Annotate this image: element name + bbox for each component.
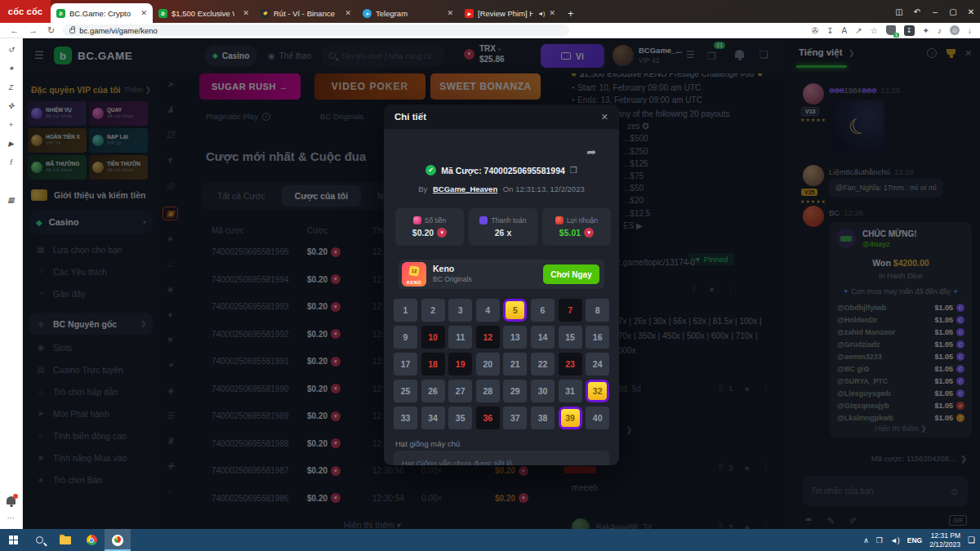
player-link[interactable]: BCGame_Heaven <box>433 184 497 193</box>
browser-tab[interactable]: b $1,500 Exclusive Weekend Ke ✕ <box>153 3 255 23</box>
action-center-icon[interactable]: ❏ <box>968 535 975 544</box>
browser-tab[interactable]: ▶ [Review Phim] HÀO QUA ◄) ✕ <box>459 3 561 23</box>
modal-title: Chi tiết <box>394 112 426 122</box>
coccoc-button[interactable] <box>105 529 131 551</box>
chrome-button[interactable] <box>78 529 105 551</box>
volume-icon[interactable]: ◄) <box>890 536 900 544</box>
music-extension-icon[interactable]: ♪ <box>938 26 942 35</box>
taskbar-search[interactable] <box>26 529 52 551</box>
chrome-icon <box>87 535 97 545</box>
play-now-button[interactable]: Chơi Ngay <box>543 264 599 284</box>
rail-icon[interactable]: f <box>5 156 18 169</box>
tab-favicon: ◆ <box>261 9 270 18</box>
tab-close-icon[interactable]: ✕ <box>345 9 351 17</box>
address-bar: ← → ↻ bc.game/vi/game/keno ✇ ↧ A ↗ ☆ 3 ↧… <box>0 23 980 38</box>
tab-favicon: b <box>158 9 167 18</box>
new-tab-button[interactable]: + <box>568 7 574 20</box>
extension-icon[interactable]: ✦ <box>923 26 929 35</box>
minimize-button[interactable]: – <box>926 7 944 16</box>
keyboard-language[interactable]: ENG <box>907 536 922 544</box>
profile-icon[interactable]: ☺ <box>950 25 960 35</box>
save-page-icon[interactable]: ↧ <box>826 26 833 35</box>
rail-icon[interactable] <box>5 175 18 188</box>
server-seed-label: Hạt giống máy chủ <box>395 439 460 448</box>
tab-close-icon[interactable]: ✕ <box>447 9 453 17</box>
keno-cell: 3 <box>448 299 472 322</box>
tray-expand-icon[interactable]: ∧ <box>863 536 869 544</box>
tab-undo-icon[interactable]: ↶ <box>908 7 926 16</box>
tab-search-icon[interactable]: ◫ <box>890 7 908 16</box>
browser-tab-bar: cốc cốc b BC.Game: Crypto Casino Gam ✕ b… <box>0 0 980 23</box>
forward-icon[interactable]: → <box>29 25 38 35</box>
browser-tab[interactable]: ◆ Rút - Ví - Binance ✕ <box>255 3 357 23</box>
bet-id-row: ✔ Mã Cược: 74000250695581994 ❐ <box>384 165 619 176</box>
maximize-button[interactable]: ▢ <box>944 7 962 16</box>
rail-icon[interactable]: ✜ <box>5 100 18 113</box>
keno-cell: 38 <box>531 407 555 429</box>
keno-cell: 19 <box>448 353 472 375</box>
rail-icon[interactable]: + <box>5 118 18 131</box>
system-tray: ∧ ❐ ◄) ENG 12:31 PM 2/12/2023 ❏ <box>863 531 980 549</box>
keno-cell: 10 <box>421 326 445 349</box>
tab-audio-icon: ◄) <box>537 11 545 16</box>
keno-cell: 14 <box>531 326 555 349</box>
screen: cốc cốc b BC.Game: Crypto Casino Gam ✕ b… <box>0 0 980 551</box>
tab-title: $1,500 Exclusive Weekend Ke <box>172 9 234 18</box>
url-text: bc.game/vi/game/keno <box>79 26 158 35</box>
more-icon[interactable]: ⋯ <box>5 511 18 524</box>
keno-cell: 25 <box>394 380 417 402</box>
start-button[interactable] <box>0 529 26 551</box>
keno-cell: 35 <box>448 407 472 429</box>
game-provider: BC Originals <box>433 275 472 283</box>
tab-favicon: ▶ <box>465 9 474 18</box>
bet-datetime: 12:31:13, 12/2/2023 <box>515 184 585 193</box>
keno-cell: 5 <box>503 299 527 322</box>
tab-title: BC.Game: Crypto Casino Gam <box>69 9 132 18</box>
keno-cell: 17 <box>394 353 417 375</box>
tab-close-icon[interactable]: ✕ <box>243 9 249 17</box>
stat-payout: Thanh toán 26 x <box>469 208 537 246</box>
url-field[interactable]: bc.game/vi/game/keno <box>63 24 569 36</box>
key-icon[interactable]: ✇ <box>812 26 818 35</box>
rail-icon[interactable]: Z <box>5 81 18 94</box>
reload-icon[interactable]: ↻ <box>47 25 55 36</box>
download-manager-icon[interactable]: ↧ <box>904 25 915 36</box>
back-icon[interactable]: ← <box>10 25 19 35</box>
file-explorer-button[interactable] <box>52 529 78 551</box>
adblock-shield-icon[interactable]: 3 <box>886 25 896 35</box>
lock-icon <box>69 29 75 33</box>
rail-icon[interactable]: ✦ <box>5 62 18 75</box>
tab-close-icon[interactable]: ✕ <box>549 9 555 17</box>
clock-date: 2/12/2023 <box>929 540 960 549</box>
keno-cell: 27 <box>448 380 472 402</box>
share-icon[interactable]: ➦ <box>586 145 596 158</box>
browser-tab[interactable]: b BC.Game: Crypto Casino Gam ✕ <box>51 3 153 23</box>
windows-taskbar: ∧ ❐ ◄) ENG 12:31 PM 2/12/2023 ❏ <box>0 529 980 551</box>
taskbar-clock[interactable]: 12:31 PM 2/12/2023 <box>929 531 960 549</box>
keno-cell: 34 <box>421 407 445 429</box>
keno-cell: 13 <box>503 326 527 349</box>
bookmark-star-icon[interactable]: ☆ <box>871 26 878 35</box>
translate-icon[interactable]: A <box>842 26 848 35</box>
keno-grid: 1234567891011121314151617181920212223242… <box>394 299 609 429</box>
modal-close-icon[interactable]: ✕ <box>601 112 608 122</box>
notifications-bell-icon[interactable] <box>7 496 16 504</box>
keno-cell: 4 <box>476 299 500 322</box>
keno-cell: 20 <box>476 353 500 375</box>
rail-icon[interactable]: ▶ <box>5 137 18 150</box>
tab-close-icon[interactable]: ✕ <box>140 9 147 17</box>
bc-game-page: ☰ b BC.GAME ◆ Casino ◉ Thể thao ▼ TRX ▾ <box>23 38 980 529</box>
rail-icon[interactable]: ▦ <box>5 193 18 207</box>
close-button[interactable]: ✕ <box>962 7 980 16</box>
browser-tab[interactable]: ➤ Telegram ✕ <box>357 3 459 23</box>
rail-icon[interactable]: ↺ <box>5 43 18 56</box>
keno-cell: 32 <box>586 380 609 402</box>
browser-side-rail: ↺✦Z✜+▶f▦ ⋯ <box>0 38 23 529</box>
window-controls: ◫ ↶ – ▢ ✕ <box>890 0 980 23</box>
downloads-arrow-icon[interactable]: ↓ <box>968 26 972 35</box>
copy-icon[interactable]: ❐ <box>570 166 577 175</box>
share-icon[interactable]: ↗ <box>855 26 862 35</box>
network-icon[interactable]: ❐ <box>876 536 883 544</box>
bet-detail-modal: Chi tiết ✕ ➦ ✔ Mã Cược: 7400025069558199… <box>384 104 619 465</box>
profit-icon <box>555 216 564 224</box>
